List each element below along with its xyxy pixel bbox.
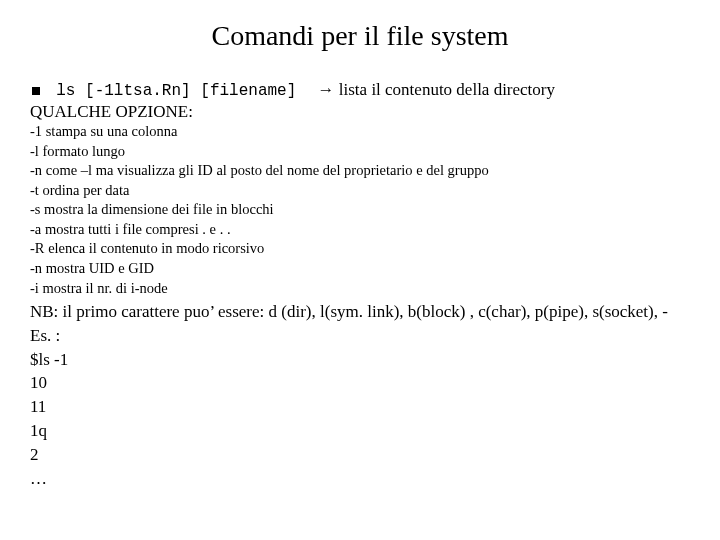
bullet-icon	[32, 87, 40, 95]
command-line: ls [-1ltsa.Rn] [filename] → lista il con…	[30, 80, 690, 100]
note-line: …	[30, 467, 690, 491]
note-line: 1q	[30, 419, 690, 443]
command-description: → lista il contenuto della directory	[318, 80, 555, 100]
list-item: -a mostra tutti i file compresi . e . .	[30, 220, 690, 240]
document-page: Comandi per il file system ls [-1ltsa.Rn…	[0, 0, 720, 510]
note-line: 11	[30, 395, 690, 419]
list-item: -1 stampa su una colonna	[30, 122, 690, 142]
note-line: 10	[30, 371, 690, 395]
options-heading: QUALCHE OPZIONE:	[30, 102, 690, 122]
list-item: -i mostra il nr. di i-node	[30, 279, 690, 299]
list-item: -l formato lungo	[30, 142, 690, 162]
note-line: $ls -1	[30, 348, 690, 372]
list-item: -s mostra la dimensione dei file in bloc…	[30, 200, 690, 220]
arrow-icon: →	[318, 80, 335, 99]
note-line: NB: il primo carattere puo’ essere: d (d…	[30, 300, 690, 324]
command-code: ls [-1ltsa.Rn] [filename]	[56, 82, 296, 100]
options-list: -1 stampa su una colonna -l formato lung…	[30, 122, 690, 298]
note-line: 2	[30, 443, 690, 467]
list-item: -R elenca il contenuto in modo ricorsivo	[30, 239, 690, 259]
list-item: -t ordina per data	[30, 181, 690, 201]
notes-block: NB: il primo carattere puo’ essere: d (d…	[30, 300, 690, 490]
note-line: Es. :	[30, 324, 690, 348]
list-item: -n come –l ma visualizza gli ID al posto…	[30, 161, 690, 181]
list-item: -n mostra UID e GID	[30, 259, 690, 279]
page-title: Comandi per il file system	[30, 20, 690, 52]
command-desc-text: lista il contenuto della directory	[339, 80, 555, 99]
